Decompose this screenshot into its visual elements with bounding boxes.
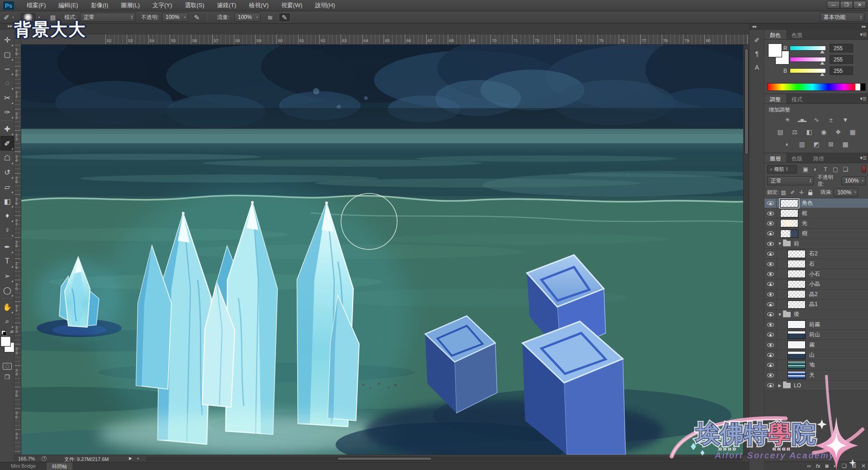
clone-stamp-tool[interactable]: ☖ bbox=[0, 150, 14, 165]
visibility-cell[interactable] bbox=[764, 320, 777, 329]
layer-opacity-select[interactable]: 100%▼ bbox=[841, 176, 866, 185]
visibility-cell[interactable] bbox=[764, 381, 777, 390]
status-back-icon[interactable]: ◂ bbox=[137, 456, 139, 461]
bottom-tab[interactable]: Mini Bridge bbox=[5, 462, 41, 470]
opacity-select[interactable]: 100%▼ bbox=[162, 13, 188, 22]
threshold-icon[interactable]: ◩ bbox=[811, 139, 822, 149]
visibility-cell[interactable] bbox=[764, 269, 777, 279]
layer-thumbnail[interactable] bbox=[787, 301, 806, 309]
collapse-dock-icon[interactable]: ◀◀ bbox=[752, 25, 756, 28]
zoom-tool[interactable]: ⌕ bbox=[0, 314, 14, 329]
default-colors-icon[interactable] bbox=[1, 330, 7, 336]
visibility-cell[interactable] bbox=[764, 300, 777, 309]
photo-filter-icon[interactable]: ◉ bbox=[818, 127, 830, 136]
layer-fill-select[interactable]: 100%▼ bbox=[834, 188, 858, 197]
color-lookup-icon[interactable]: ▦ bbox=[847, 127, 859, 136]
layer-thumbnail[interactable] bbox=[780, 199, 798, 207]
layer-thumbnail[interactable] bbox=[780, 209, 798, 217]
vibrance-icon[interactable]: ▼ bbox=[840, 115, 851, 124]
filter-pixel-layers-icon[interactable]: ▣ bbox=[801, 165, 811, 173]
layer-row[interactable]: 小晶 bbox=[764, 279, 868, 289]
swap-colors-icon[interactable]: ⇄ bbox=[10, 329, 14, 334]
layer-row[interactable]: 山 bbox=[764, 350, 868, 360]
adjustments-tab[interactable]: 樣式 bbox=[786, 94, 808, 103]
lasso-tool[interactable]: ∽ bbox=[0, 61, 14, 76]
eye-icon[interactable] bbox=[767, 242, 774, 246]
visibility-cell[interactable] bbox=[764, 350, 777, 360]
menu-item[interactable]: 說明(H) bbox=[309, 0, 342, 11]
layer-thumbnail[interactable] bbox=[787, 320, 806, 329]
layers-panel-menu-icon[interactable]: ▼☰ bbox=[859, 155, 866, 160]
eye-icon[interactable] bbox=[767, 363, 774, 367]
eye-icon[interactable] bbox=[767, 262, 774, 266]
layers-tab[interactable]: 圖層 bbox=[764, 153, 786, 163]
marquee-tool[interactable]: ▢ bbox=[0, 47, 14, 61]
visibility-cell[interactable] bbox=[764, 310, 777, 319]
layer-row[interactable]: 晶1 bbox=[764, 300, 868, 310]
layer-thumbnail[interactable] bbox=[787, 331, 806, 339]
add-layer-mask-icon[interactable]: ◙ bbox=[825, 463, 829, 469]
layer-row[interactable]: 石 bbox=[764, 259, 868, 269]
strip-grip[interactable]: '''''''' bbox=[749, 30, 764, 33]
move-tool[interactable]: ✛ bbox=[0, 33, 14, 47]
airbrush-icon[interactable]: ≋ bbox=[264, 13, 276, 22]
toolbar-grip[interactable]: '''''''' bbox=[0, 29, 14, 33]
delete-layer-icon[interactable]: ✕ bbox=[861, 463, 866, 469]
new-group-icon[interactable]: ❏ bbox=[842, 463, 847, 469]
layer-thumbnail[interactable] bbox=[787, 341, 806, 349]
eye-icon[interactable] bbox=[767, 292, 774, 296]
menu-item[interactable]: 圖層(L) bbox=[114, 0, 146, 11]
channel-slider[interactable] bbox=[790, 68, 826, 73]
paragraph-panel-icon[interactable]: ¶ bbox=[749, 47, 764, 61]
layer-row[interactable]: 樹 bbox=[764, 229, 868, 239]
eye-icon[interactable] bbox=[767, 272, 774, 276]
quick-mask-icon[interactable] bbox=[3, 363, 12, 370]
pressure-opacity-icon[interactable]: ✎ bbox=[191, 13, 203, 22]
layer-row[interactable]: 石2 bbox=[764, 249, 868, 259]
bottom-tab[interactable]: 時間軸 bbox=[47, 462, 72, 470]
tool-preset-icon[interactable]: ✐▼ bbox=[4, 13, 14, 22]
layers-tab[interactable]: 路徑 bbox=[808, 153, 830, 163]
menu-item[interactable]: 視窗(W) bbox=[275, 0, 309, 11]
eye-icon[interactable] bbox=[767, 373, 774, 377]
eye-icon[interactable] bbox=[767, 323, 774, 327]
eye-icon[interactable] bbox=[767, 333, 774, 337]
lock-position-icon[interactable]: ✛ bbox=[797, 189, 806, 196]
eye-icon[interactable] bbox=[767, 201, 774, 205]
new-layer-icon[interactable]: ⊞ bbox=[852, 463, 856, 469]
foreground-color-swatch[interactable] bbox=[1, 337, 10, 346]
color-spectrum-ramp[interactable] bbox=[767, 83, 866, 91]
layer-row[interactable]: 地 bbox=[764, 360, 868, 370]
document-canvas[interactable] bbox=[21, 45, 743, 455]
menu-item[interactable]: 檔案(F) bbox=[20, 0, 52, 11]
brush-tool[interactable]: ✐ bbox=[0, 136, 14, 150]
character-panel-icon[interactable]: A bbox=[749, 61, 764, 74]
crop-tool[interactable]: ✂ bbox=[0, 90, 14, 105]
layer-row[interactable]: 天 bbox=[764, 371, 868, 381]
menu-item[interactable]: 檢視(V) bbox=[242, 0, 275, 11]
slider-thumb-icon[interactable] bbox=[820, 73, 825, 76]
filter-adjustment-layers-icon[interactable]: ◐ bbox=[811, 165, 821, 173]
layer-row[interactable]: 小石 bbox=[764, 269, 868, 279]
shape-tool[interactable]: ◯ bbox=[0, 283, 14, 297]
eye-icon[interactable] bbox=[767, 252, 774, 256]
layer-group-row[interactable]: ▼前 bbox=[764, 239, 868, 249]
vertical-scrollbar[interactable] bbox=[743, 45, 749, 455]
slider-thumb-icon[interactable] bbox=[820, 61, 825, 65]
color-panel-menu-icon[interactable]: ▼☰ bbox=[859, 32, 866, 37]
filter-shape-layers-icon[interactable]: ▢ bbox=[830, 165, 840, 173]
color-balance-icon[interactable]: ⚖ bbox=[789, 127, 801, 136]
type-tool[interactable]: T bbox=[0, 254, 14, 268]
lock-pixels-icon[interactable]: ✐ bbox=[788, 189, 797, 196]
menu-item[interactable]: 影像(I) bbox=[85, 0, 114, 11]
eye-icon[interactable] bbox=[767, 282, 774, 286]
lock-transparency-icon[interactable]: ▨ bbox=[779, 189, 788, 196]
restore-window-icon[interactable]: ❐ bbox=[840, 1, 853, 9]
layer-thumbnail[interactable] bbox=[787, 260, 806, 268]
layer-row[interactable]: 框 bbox=[764, 208, 868, 218]
visibility-cell[interactable] bbox=[764, 219, 777, 228]
dodge-tool[interactable]: ♀ bbox=[0, 223, 14, 237]
flow-select[interactable]: 100%▼ bbox=[234, 13, 261, 22]
eye-icon[interactable] bbox=[767, 312, 774, 316]
hand-tool[interactable]: ✋ bbox=[0, 300, 14, 314]
